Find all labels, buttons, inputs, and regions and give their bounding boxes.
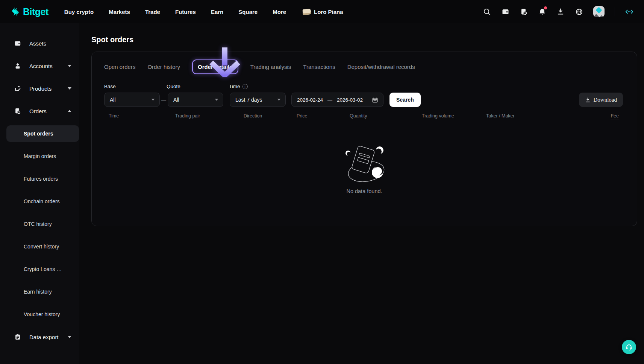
chevron-down-icon bbox=[277, 99, 281, 101]
sidebar-label-assets: Assets bbox=[29, 40, 71, 47]
base-select[interactable]: All bbox=[104, 93, 160, 107]
download-button-label: Download bbox=[594, 97, 617, 103]
sidebar-item-otc-history[interactable]: OTC history bbox=[0, 216, 79, 232]
download-app-icon[interactable] bbox=[556, 8, 565, 16]
quote-select-value: All bbox=[173, 97, 215, 103]
tab-deposit-withdrawal-records[interactable]: Deposit/withdrawal records bbox=[347, 64, 415, 70]
column-time: Time bbox=[109, 113, 175, 119]
avatar-diamond-icon bbox=[596, 7, 602, 14]
column-trading-volume: Trading volume bbox=[422, 113, 486, 119]
user-avatar[interactable] bbox=[593, 6, 605, 17]
brand-name: Bitget bbox=[23, 6, 48, 17]
bitget-logo-icon bbox=[11, 7, 20, 17]
chevron-down-icon bbox=[152, 99, 155, 101]
accounts-person-icon bbox=[14, 62, 21, 69]
fee-label-text: Fee bbox=[611, 113, 619, 119]
nav-futures[interactable]: Futures bbox=[175, 9, 196, 15]
nav-earn[interactable]: Earn bbox=[211, 9, 223, 15]
sidebar-label-orders: Orders bbox=[29, 108, 59, 114]
search-button[interactable]: Search bbox=[389, 93, 421, 107]
chevron-up-icon bbox=[68, 110, 71, 112]
orders-tabs: Open orders Order history Order details … bbox=[104, 59, 415, 74]
sidebar-item-data-export[interactable]: Data export bbox=[0, 329, 79, 345]
products-icon bbox=[14, 85, 21, 92]
info-icon[interactable]: i bbox=[242, 84, 248, 89]
column-direction: Direction bbox=[244, 113, 297, 119]
download-button[interactable]: Download bbox=[579, 93, 623, 107]
pair-separator: — bbox=[161, 97, 166, 103]
orders-doc-clock-icon bbox=[14, 108, 21, 114]
base-filter-label: Base bbox=[104, 84, 116, 89]
nav-square[interactable]: Square bbox=[238, 9, 258, 15]
quote-filter-label: Quote bbox=[167, 84, 180, 89]
sidebar-item-earn-history[interactable]: Earn history bbox=[0, 283, 79, 300]
wallet-icon[interactable] bbox=[501, 8, 509, 16]
globe-language-icon[interactable] bbox=[575, 8, 583, 16]
date-start-value: 2026-02-24 bbox=[297, 97, 323, 103]
nav-promo-loro-piana[interactable]: Loro Piana bbox=[303, 9, 343, 15]
headset-icon bbox=[625, 343, 633, 351]
base-select-value: All bbox=[110, 97, 151, 103]
time-range-select[interactable]: Last 7 days bbox=[230, 93, 286, 107]
sidebar-item-orders[interactable]: Orders bbox=[0, 103, 79, 119]
tab-trading-analysis[interactable]: Trading analysis bbox=[250, 64, 291, 70]
top-navigation: Bitget Buy crypto Markets Trade Futures … bbox=[0, 0, 644, 23]
column-trading-pair: Trading pair bbox=[175, 113, 244, 119]
sidebar-item-voucher-history[interactable]: Voucher history bbox=[0, 306, 79, 323]
sidebar-item-products[interactable]: Products bbox=[0, 80, 79, 97]
chevron-down-icon bbox=[68, 336, 71, 338]
nav-markets[interactable]: Markets bbox=[109, 9, 130, 15]
sidebar-item-margin-orders[interactable]: Margin orders bbox=[0, 148, 79, 164]
support-chat-button[interactable] bbox=[622, 340, 636, 354]
sidebar-label-data-export: Data export bbox=[29, 334, 59, 340]
notification-red-dot bbox=[544, 6, 547, 9]
sidebar-item-spot-orders[interactable]: Spot orders bbox=[6, 125, 79, 142]
promo-label: Loro Piana bbox=[314, 9, 343, 15]
bitget-logo[interactable]: Bitget bbox=[11, 6, 48, 17]
date-end-value: 2026-03-02 bbox=[337, 97, 363, 103]
notifications-bell-icon[interactable] bbox=[538, 8, 546, 16]
assets-wallet-icon bbox=[14, 40, 21, 47]
nav-more[interactable]: More bbox=[273, 9, 286, 15]
nav-trade[interactable]: Trade bbox=[145, 9, 160, 15]
nav-utilities bbox=[483, 6, 633, 17]
time-label-text: Time bbox=[229, 84, 240, 89]
avatar-mountain-icon bbox=[593, 14, 605, 17]
nav-divider bbox=[615, 8, 615, 16]
column-fee[interactable]: Fee bbox=[604, 113, 619, 119]
time-range-value: Last 7 days bbox=[235, 97, 277, 103]
date-separator: — bbox=[327, 97, 332, 103]
column-quantity: Quantity bbox=[350, 113, 422, 119]
filter-controls-row: All — All Last 7 days 2026-02-24 — 2026-… bbox=[104, 93, 623, 107]
nav-buy-crypto[interactable]: Buy crypto bbox=[64, 9, 94, 15]
sidebar-label-products: Products bbox=[29, 85, 59, 92]
chevron-down-icon bbox=[68, 87, 71, 90]
main-menu: Buy crypto Markets Trade Futures Earn Sq… bbox=[64, 9, 286, 15]
date-range-picker[interactable]: 2026-02-24 — 2026-03-02 bbox=[291, 93, 383, 107]
main-content: Spot orders Open orders Order history Or… bbox=[79, 23, 644, 364]
sidebar-item-assets[interactable]: Assets bbox=[0, 35, 79, 52]
sidebar-item-onchain-orders[interactable]: Onchain orders bbox=[0, 193, 79, 210]
table-header-row: Time Trading pair Direction Price Quanti… bbox=[92, 113, 637, 119]
promo-book-icon bbox=[303, 9, 311, 15]
tab-transactions[interactable]: Transactions bbox=[303, 64, 335, 70]
tab-open-orders[interactable]: Open orders bbox=[104, 64, 135, 70]
sidebar-item-convert-history[interactable]: Convert history bbox=[0, 238, 79, 255]
data-export-clipboard-icon bbox=[14, 334, 21, 340]
quote-select[interactable]: All bbox=[168, 93, 223, 107]
tab-order-details[interactable]: Order details bbox=[192, 59, 238, 74]
chevron-down-icon bbox=[68, 65, 71, 67]
tab-order-history[interactable]: Order history bbox=[147, 64, 180, 70]
page-title: Spot orders bbox=[91, 35, 133, 44]
empty-state-text: No data found. bbox=[92, 188, 637, 194]
sidebar-item-accounts[interactable]: Accounts bbox=[0, 58, 79, 74]
sidebar-label-accounts: Accounts bbox=[29, 63, 59, 69]
sidebar-item-crypto-loans[interactable]: Crypto Loans … bbox=[0, 261, 79, 277]
widget-panel-icon[interactable] bbox=[625, 8, 633, 16]
sidebar-item-futures-orders[interactable]: Futures orders bbox=[0, 171, 79, 187]
download-icon bbox=[585, 97, 591, 103]
chevron-down-icon bbox=[215, 99, 218, 101]
column-price: Price bbox=[297, 113, 350, 119]
search-icon[interactable] bbox=[483, 8, 491, 16]
orders-icon[interactable] bbox=[520, 8, 528, 16]
